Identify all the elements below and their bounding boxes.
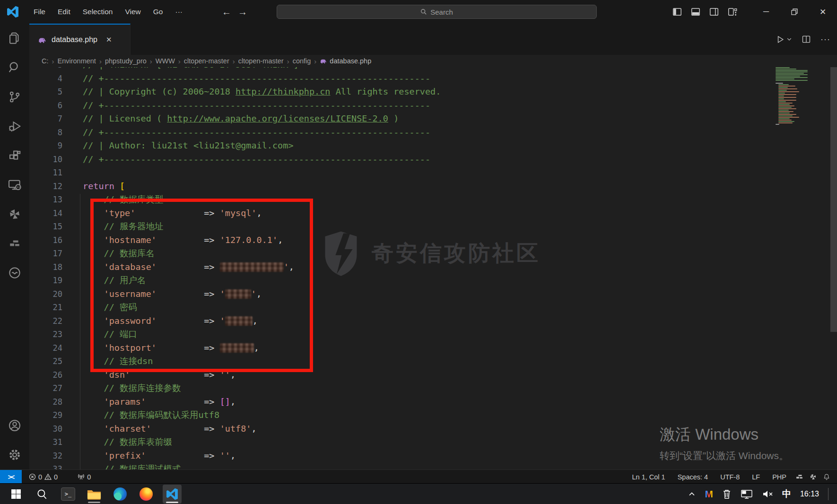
pinwheel-status-icon[interactable]	[809, 473, 817, 481]
explorer-icon[interactable]	[0, 24, 29, 53]
code-line[interactable]: 8// +-----------------------------------…	[29, 126, 837, 139]
red-annotation-box	[90, 199, 313, 372]
code-line[interactable]: 28 'params' => [],	[29, 395, 837, 409]
taskbar-explorer-button[interactable]	[85, 485, 104, 504]
breadcrumb-item[interactable]: C:	[42, 57, 49, 65]
customize-layout-icon[interactable]	[727, 7, 738, 17]
pinwheel-extension-icon[interactable]	[0, 200, 29, 229]
search-view-icon[interactable]	[0, 53, 29, 82]
editor-more-actions[interactable]: ···	[820, 35, 830, 44]
code-line[interactable]: 11	[29, 166, 837, 180]
vscode-logo-icon	[7, 6, 19, 18]
taskbar-search-button[interactable]	[33, 485, 52, 504]
taskbar-edge-button[interactable]	[111, 485, 130, 504]
menu-view[interactable]: View	[119, 5, 147, 18]
toggle-sidebar-icon[interactable]	[672, 7, 682, 17]
breadcrumb-item[interactable]: WWW	[156, 57, 175, 65]
wave-extension-icon[interactable]	[0, 258, 29, 287]
code-line[interactable]: 9// | Author: liu21st <liu21st@gmail.com…	[29, 139, 837, 153]
remote-indicator[interactable]: ><	[0, 470, 22, 484]
indentation-status[interactable]: Spaces: 4	[674, 473, 712, 481]
menu-selection[interactable]: Selection	[77, 5, 119, 18]
settings-gear-icon[interactable]	[0, 440, 29, 469]
toggle-secondary-sidebar-icon[interactable]	[709, 7, 719, 17]
remote-explorer-icon[interactable]: ><	[0, 170, 29, 200]
breadcrumb-item[interactable]: Environment	[58, 57, 96, 65]
clock[interactable]: 16:13	[800, 490, 819, 498]
start-button[interactable]	[7, 485, 26, 504]
line-number: 33	[29, 462, 62, 469]
tab-label: database.php	[52, 35, 97, 44]
mail-tray-icon[interactable]: M	[705, 488, 713, 500]
run-debug-icon[interactable]	[0, 112, 29, 141]
activate-windows-title: 激活 Windows	[660, 424, 789, 445]
problems-status[interactable]: 0 0	[26, 473, 61, 481]
blocks-status-icon[interactable]	[795, 473, 803, 481]
close-button[interactable]: ✕	[809, 0, 837, 24]
run-php-button[interactable]	[776, 35, 792, 44]
breadcrumb-item[interactable]: cltopen-master	[238, 57, 284, 65]
line-number: 22	[29, 314, 62, 328]
breadcrumb-item[interactable]: cltopen-master	[184, 57, 229, 65]
breadcrumb-separator: ›	[233, 57, 235, 65]
code-line[interactable]: 29 // 数据库编码默认采用utf8	[29, 408, 837, 422]
extensions-icon[interactable]	[0, 141, 29, 170]
search-input[interactable]: Search	[277, 5, 597, 19]
firefox-icon	[140, 487, 153, 501]
network-display-tray-icon[interactable]	[741, 489, 753, 499]
activate-windows-notice: 激活 Windows 转到“设置”以激活 Windows。	[660, 424, 789, 462]
code-line[interactable]: 12return [	[29, 180, 837, 193]
menu-edit[interactable]: Edit	[52, 5, 77, 18]
code-line[interactable]: 10// +----------------------------------…	[29, 153, 837, 166]
minimap[interactable]	[775, 67, 811, 125]
line-number: 28	[29, 395, 62, 409]
cursor-position[interactable]: Ln 1, Col 1	[629, 473, 669, 481]
editor-scrollbar[interactable]	[830, 67, 837, 332]
volume-muted-icon[interactable]	[762, 489, 773, 499]
ports-status[interactable]: 0	[74, 473, 94, 481]
show-desktop-divider[interactable]	[828, 488, 828, 500]
line-number: 6	[29, 99, 62, 113]
line-number: 27	[29, 382, 62, 395]
language-mode[interactable]: PHP	[769, 473, 790, 481]
edge-icon	[113, 487, 127, 501]
nav-back-icon[interactable]: ←	[222, 7, 231, 17]
code-editor[interactable]: 3// | ThinkPHP [ WE CAN DO IT JUST THINK…	[29, 67, 837, 469]
ime-indicator[interactable]: 中	[782, 488, 791, 500]
taskbar-vscode-button[interactable]	[163, 485, 182, 504]
menu-more[interactable]: ···	[169, 5, 189, 18]
code-line[interactable]: 6// +-----------------------------------…	[29, 99, 837, 113]
nav-forward-icon[interactable]: →	[238, 7, 247, 17]
blocks-extension-icon[interactable]	[0, 229, 29, 258]
code-line[interactable]: 5// | Copyright (c) 2006~2018 http://thi…	[29, 85, 837, 99]
notifications-bell-icon[interactable]	[823, 473, 830, 481]
code-line[interactable]: 7// | Licensed ( http://www.apache.org/l…	[29, 112, 837, 126]
encoding-status[interactable]: UTF-8	[717, 473, 743, 481]
code-line[interactable]: 4// +-----------------------------------…	[29, 72, 837, 86]
system-tray: M 中 16:13	[688, 488, 837, 500]
code-line[interactable]: 27 // 数据库连接参数	[29, 382, 837, 395]
restore-button[interactable]	[780, 0, 809, 24]
breadcrumb-file[interactable]: database.php	[320, 57, 371, 65]
toggle-panel-icon[interactable]	[690, 7, 701, 17]
split-editor-icon[interactable]	[802, 35, 811, 44]
eol-status[interactable]: LF	[749, 473, 763, 481]
taskbar-firefox-button[interactable]	[137, 485, 156, 504]
menu-go[interactable]: Go	[147, 5, 169, 18]
menu-file[interactable]: File	[27, 5, 52, 18]
code-line[interactable]: 3// | ThinkPHP [ WE CAN DO IT JUST THINK…	[29, 67, 837, 72]
source-control-icon[interactable]	[0, 82, 29, 112]
trash-tray-icon[interactable]	[722, 489, 732, 499]
taskbar-terminal-button[interactable]: >_	[59, 485, 78, 504]
breadcrumb-item[interactable]: phpstudy_pro	[105, 57, 147, 65]
code-line[interactable]: 33 // 数据库调试模式	[29, 462, 837, 469]
line-number: 21	[29, 301, 62, 314]
breadcrumb-item[interactable]: config	[293, 57, 311, 65]
tab-close-icon[interactable]: ✕	[106, 35, 112, 44]
minimize-button[interactable]: ─	[752, 0, 780, 24]
line-number: 30	[29, 422, 62, 436]
line-number: 15	[29, 220, 62, 234]
tray-chevron-up-icon[interactable]	[688, 490, 696, 498]
tab-database-php[interactable]: database.php ✕	[29, 24, 131, 55]
account-icon[interactable]	[0, 411, 29, 440]
